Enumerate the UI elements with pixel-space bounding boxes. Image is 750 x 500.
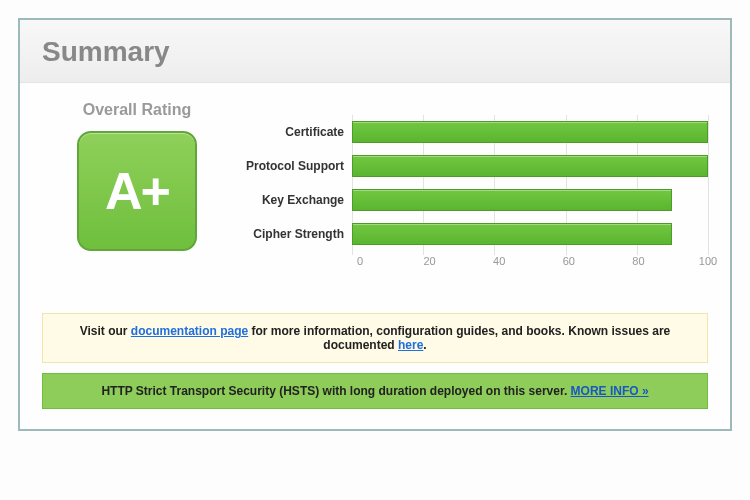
- page-title: Summary: [42, 36, 708, 68]
- overall-rating-badge: A+: [77, 131, 197, 251]
- bar-chart-x-axis: 020406080100: [360, 255, 708, 277]
- docs-notice: Visit our documentation page for more in…: [42, 313, 708, 363]
- documentation-link[interactable]: documentation page: [131, 324, 248, 338]
- overall-rating-block: Overall Rating A+: [42, 101, 232, 251]
- bar-chart-plot: [352, 115, 708, 251]
- overall-rating-label: Overall Rating: [42, 101, 232, 119]
- bar-label-cipher-strength: Cipher Strength: [242, 217, 344, 251]
- bar-label-protocol-support: Protocol Support: [242, 149, 344, 183]
- summary-header: Summary: [20, 20, 730, 83]
- score-bar-protocol-support: [352, 155, 708, 177]
- bar-chart: Certificate Protocol Support Key Exchang…: [242, 115, 708, 251]
- axis-tick: 20: [423, 255, 435, 267]
- axis-tick: 0: [357, 255, 363, 267]
- bar-row: [352, 149, 708, 183]
- axis-tick: 80: [632, 255, 644, 267]
- axis-tick: 100: [699, 255, 717, 267]
- axis-tick: 40: [493, 255, 505, 267]
- summary-panel: Summary Overall Rating A+ Certificate Pr…: [18, 18, 732, 431]
- docs-notice-middle: for more information, configuration guid…: [248, 324, 670, 352]
- score-bar-certificate: [352, 121, 708, 143]
- axis-tick: 60: [563, 255, 575, 267]
- rating-grade: A+: [105, 161, 169, 221]
- score-bar-cipher-strength: [352, 223, 672, 245]
- bar-row: [352, 217, 708, 251]
- grid-line: [708, 115, 709, 255]
- bar-row: [352, 183, 708, 217]
- score-bar-key-exchange: [352, 189, 672, 211]
- summary-top-row: Overall Rating A+ Certificate Protocol S…: [42, 101, 708, 277]
- docs-notice-prefix: Visit our: [80, 324, 131, 338]
- bar-row: [352, 115, 708, 149]
- hsts-notice-text: HTTP Strict Transport Security (HSTS) wi…: [101, 384, 570, 398]
- bar-chart-labels: Certificate Protocol Support Key Exchang…: [242, 115, 352, 251]
- scores-chart: Certificate Protocol Support Key Exchang…: [242, 101, 708, 277]
- summary-content: Overall Rating A+ Certificate Protocol S…: [20, 83, 730, 429]
- docs-notice-suffix: .: [423, 338, 426, 352]
- hsts-notice: HTTP Strict Transport Security (HSTS) wi…: [42, 373, 708, 409]
- bar-label-certificate: Certificate: [242, 115, 344, 149]
- known-issues-link[interactable]: here: [398, 338, 423, 352]
- bar-label-key-exchange: Key Exchange: [242, 183, 344, 217]
- hsts-more-info-link[interactable]: MORE INFO »: [571, 384, 649, 398]
